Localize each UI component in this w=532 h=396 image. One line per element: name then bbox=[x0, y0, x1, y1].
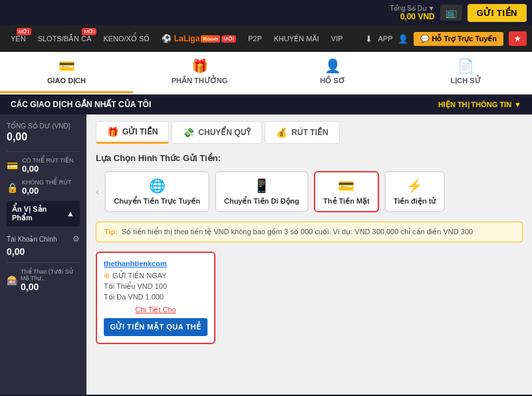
tai-khoan-value: 0,00 bbox=[7, 246, 80, 257]
chevron-down-icon: ▼ bbox=[514, 100, 521, 108]
sub-tabs: 🎁 GỬI TIỀN 💸 CHUYỂN QUỸ 💰 RÚT TIỀN bbox=[96, 121, 523, 144]
tip-box: Tip: Số tiền hiển thị theo tiền tệ VND k… bbox=[96, 222, 523, 242]
main-content: TỔNG SỐ DƯ (VND) 0,00 💳 CÓ THỂ RÚT TIỀN … bbox=[0, 114, 532, 395]
sub-tab-gui-tien[interactable]: 🎁 GỬI TIỀN bbox=[96, 121, 169, 144]
nav-item-khuyen-mai[interactable]: KHUYẾN MÃI bbox=[269, 25, 325, 52]
the-thao-row: 🎰 Thể Thao (Tưới Sử Mã Thự.. 0,00 bbox=[7, 268, 80, 292]
top-header: Tổng Số Dư ▼ 0,00 VND 📺 GỬI TIỀN bbox=[0, 0, 532, 25]
tip-label: Tip: bbox=[104, 228, 118, 236]
card-site-name[interactable]: thethanhtienkcom bbox=[104, 260, 207, 268]
nav-label-khuyen-mai: KHUYẾN MÃI bbox=[274, 35, 319, 43]
star-button[interactable]: ★ bbox=[509, 31, 527, 46]
chuyen-tien-di-dong-icon: 📱 bbox=[253, 178, 270, 194]
the-thao-label: Thể Thao (Tưới Sử Mã Thự.. bbox=[21, 268, 80, 282]
payment-title: Lựa Chọn Hình Thức Gửi Tiền: bbox=[96, 153, 523, 163]
sub-tab-rut-tien[interactable]: 💰 RÚT TIỀN bbox=[265, 121, 339, 144]
tab-phan-thuong-icon: 🎁 bbox=[192, 58, 208, 74]
balance-label: Tổng Số Dư ▼ bbox=[390, 5, 434, 12]
withdrawable-icon: 💳 bbox=[7, 160, 18, 171]
nav-label-slots: SLOTS/BẮN CÁ bbox=[38, 35, 92, 43]
payment-options: ‹ 🌐 Chuyển Tiền Trực Tuyến 📱 Chuyển Tiền… bbox=[96, 171, 523, 212]
tab-ho-so-icon: 👤 bbox=[325, 58, 341, 74]
payment-option-chuyen-tien-di-dong[interactable]: 📱 Chuyển Tiền Di Động bbox=[215, 171, 309, 212]
nav-item-keno[interactable]: KENO/XỔ SỐ bbox=[98, 25, 155, 52]
sidebar-withdrawable-row: 💳 CÓ THỂ RÚT TIỀN 0,00 bbox=[7, 157, 80, 174]
nav-bar: YÊN MỚI SLOTS/BẮN CÁ MỚI KENO/XỔ SỐ ⚽ La… bbox=[0, 25, 532, 52]
withdrawable-label: CÓ THỂ RÚT TIỀN bbox=[22, 157, 74, 164]
payment-prev-arrow[interactable]: ‹ bbox=[96, 186, 99, 198]
card-gui-tien-now-label: GỬI TIỀN NGAY bbox=[112, 272, 167, 280]
sidebar-balance-section: TỔNG SỐ DƯ (VND) 0,00 bbox=[7, 122, 80, 143]
show-info-button[interactable]: HIỆN THỊ THÔNG TIN ▼ bbox=[438, 100, 521, 109]
the-thao-icon: 🎰 bbox=[7, 275, 18, 286]
tab-phan-thuong[interactable]: 🎁 PHẦN THƯỞNG bbox=[133, 52, 266, 93]
card-option-box: thethanhtienkcom ⊕ GỬI TIỀN NGAY Tối Thi… bbox=[96, 252, 215, 344]
tien-dien-tu-icon: ⚡ bbox=[406, 178, 423, 194]
notification-icon-btn[interactable]: 📺 bbox=[440, 5, 462, 21]
payment-option-tien-dien-tu[interactable]: ⚡ Tiền điện tử bbox=[384, 171, 446, 212]
gui-tien-header-button[interactable]: GỬI TIỀN bbox=[467, 4, 527, 22]
an-vi-chevron-icon: ▲ bbox=[66, 209, 74, 218]
user-icon[interactable]: 👤 bbox=[398, 34, 408, 44]
chuyen-tien-truc-tuyen-icon: 🌐 bbox=[149, 178, 166, 194]
nav-badge-yen: MỚI bbox=[17, 28, 31, 35]
right-content: 🎁 GỬI TIỀN 💸 CHUYỂN QUỸ 💰 RÚT TIỀN Lựa C… bbox=[86, 114, 532, 395]
nav-item-p2p[interactable]: P2P bbox=[243, 25, 267, 52]
card-submit-button[interactable]: GỬI TIỀN MẶT QUA THẺ bbox=[104, 318, 207, 336]
nav-badge-slots: MỚI bbox=[82, 28, 96, 35]
app-label[interactable]: APP bbox=[378, 35, 392, 43]
tab-giao-dich-label: GIAO DỊCH bbox=[47, 77, 86, 85]
chuyen-tien-di-dong-label: Chuyển Tiền Di Động bbox=[224, 196, 299, 206]
tab-ho-so[interactable]: 👤 HỒ SƠ bbox=[266, 52, 399, 93]
payment-option-chuyen-tien-truc-tuyen[interactable]: 🌐 Chuyển Tiền Trực Tuyến bbox=[104, 171, 209, 212]
sidebar-non-withdrawable-row: 🔒 KHÔNG THỂ RÚT 0,00 bbox=[7, 179, 80, 196]
nav-item-vip[interactable]: VIP bbox=[326, 25, 348, 52]
card-max-label: Tối Đa VND 1.000 bbox=[104, 293, 164, 301]
rut-tien-tab-icon: 💰 bbox=[276, 127, 287, 138]
nav-item-slots[interactable]: SLOTS/BẮN CÁ MỚI bbox=[33, 25, 97, 52]
gui-tien-tab-icon: 🎁 bbox=[107, 126, 118, 137]
nav-label-vip: VIP bbox=[331, 35, 343, 43]
tab-lich-su[interactable]: 📄 LỊCH SỬ bbox=[399, 52, 532, 93]
non-withdrawable-icon: 🔒 bbox=[7, 182, 18, 193]
card-link[interactable]: Chi Tiết Cho bbox=[104, 305, 207, 314]
tab-phan-thuong-label: PHẦN THƯỞNG bbox=[172, 77, 227, 85]
download-icon[interactable]: ⬇ bbox=[365, 34, 372, 44]
laliga-new-badge: MỚI bbox=[221, 35, 236, 43]
tab-ho-so-label: HỒ SƠ bbox=[320, 77, 344, 85]
balance-info: Tổng Số Dư ▼ 0,00 VND bbox=[390, 5, 434, 21]
the-tien-mat-label: Thẻ Tiền Mặt bbox=[323, 196, 370, 206]
nav-label-keno: KENO/XỔ SỐ bbox=[103, 35, 150, 43]
withdrawable-info: CÓ THỂ RÚT TIỀN 0,00 bbox=[22, 157, 74, 174]
the-tien-mat-icon: 💳 bbox=[338, 178, 354, 194]
tip-text: Số tiền hiển thị theo tiền tệ VND không … bbox=[122, 228, 473, 236]
nav-item-yen[interactable]: YÊN MỚI bbox=[5, 25, 31, 52]
non-withdrawable-label: KHÔNG THỂ RÚT bbox=[22, 179, 71, 186]
sub-tab-chuyen-quy[interactable]: 💸 CHUYỂN QUỸ bbox=[172, 121, 262, 144]
laliga-badge: Room bbox=[201, 35, 220, 43]
card-min-row: Tối Thiểu VND 100 bbox=[104, 282, 207, 291]
tai-khoan-row: Tài Khoản Chính ⚙ bbox=[7, 232, 80, 246]
chuyen-quy-tab-label: CHUYỂN QUỸ bbox=[198, 128, 251, 137]
the-thao-value: 0,00 bbox=[21, 282, 80, 292]
settings-icon[interactable]: ⚙ bbox=[72, 234, 80, 244]
rut-tien-tab-label: RÚT TIỀN bbox=[291, 128, 328, 137]
laliga-logo: ⚽ LaLiga bbox=[162, 34, 200, 43]
tien-dien-tu-label: Tiền điện tử bbox=[394, 196, 436, 206]
nav-item-laliga[interactable]: ⚽ LaLiga Room MỚI bbox=[156, 34, 241, 43]
payment-option-the-tien-mat[interactable]: 💳 Thẻ Tiền Mặt bbox=[314, 171, 379, 212]
chuyen-tien-truc-tuyen-label: Chuyển Tiền Trực Tuyến bbox=[114, 196, 200, 206]
tab-lich-su-icon: 📄 bbox=[458, 58, 474, 74]
card-min-label: Tối Thiểu VND 100 bbox=[104, 282, 167, 291]
sidebar-balance-value: 0,00 bbox=[7, 131, 80, 143]
show-info-label: HIỆN THỊ THÔNG TIN bbox=[438, 100, 511, 109]
chuyen-quy-tab-icon: 💸 bbox=[183, 127, 194, 138]
tab-giao-dich[interactable]: 💳 GIAO DỊCH bbox=[0, 52, 133, 93]
section-title: CÁC GIAO DỊCH GẦN NHẤT CỦA TÔI bbox=[11, 100, 151, 109]
an-vi-section[interactable]: Ẩn Vị Sản Phẩm ▲ bbox=[7, 201, 80, 226]
nav-support: ⬇ APP 👤 💬 Hỗ Trợ Trực Tuyến ★ bbox=[365, 31, 527, 46]
support-button[interactable]: 💬 Hỗ Trợ Trực Tuyến bbox=[414, 32, 503, 46]
non-withdrawable-value: 0,00 bbox=[22, 186, 71, 196]
the-thao-info: Thể Thao (Tưới Sử Mã Thự.. 0,00 bbox=[21, 268, 80, 292]
tab-lich-su-label: LỊCH SỬ bbox=[451, 77, 481, 85]
